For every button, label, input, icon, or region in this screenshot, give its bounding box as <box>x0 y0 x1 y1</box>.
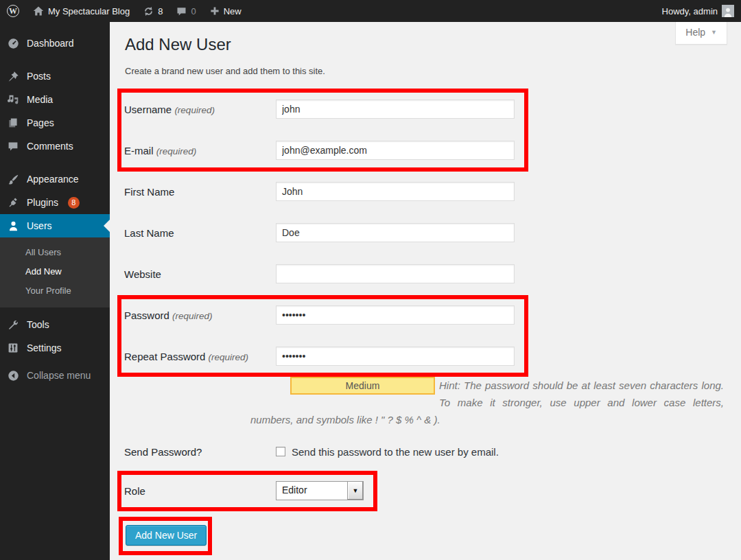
settings-icon <box>6 342 20 353</box>
avatar <box>722 5 734 17</box>
role-selected-value: Editor <box>277 482 347 500</box>
main-content: Help ▼ Add New User Create a brand new u… <box>110 22 741 560</box>
username-required: (required) <box>174 105 215 115</box>
website-input[interactable] <box>276 264 515 283</box>
password-label: Password <box>124 310 169 321</box>
sidebar-item-tools[interactable]: Tools <box>0 313 110 336</box>
wordpress-logo-icon: W <box>7 5 19 17</box>
email-input[interactable] <box>276 141 515 160</box>
password-input[interactable] <box>276 305 515 325</box>
wordpress-logo[interactable]: W <box>0 0 26 22</box>
sidebar-item-appearance[interactable]: Appearance <box>0 167 110 191</box>
username-input[interactable] <box>276 100 515 119</box>
sidebar-item-users[interactable]: Users <box>0 214 110 237</box>
website-row: Website <box>124 253 727 294</box>
repeat-password-row: Repeat Password (required) <box>124 336 727 377</box>
last-name-input[interactable] <box>276 223 515 242</box>
password-hint-section: Medium Hint: The password should be at l… <box>250 377 724 428</box>
send-password-checkbox-label: Send this password to the new user by em… <box>292 446 499 458</box>
collapse-icon <box>6 370 20 382</box>
admin-bar: W My Spectacular Blog 8 0 New Ho <box>0 0 741 22</box>
sidebar-item-all-users[interactable]: All Users <box>0 243 110 262</box>
home-icon <box>33 5 44 16</box>
email-row: E-mail (required) <box>124 130 727 171</box>
sidebar-item-media[interactable]: Media <box>0 88 110 111</box>
first-name-label: First Name <box>124 186 174 198</box>
add-user-form: Username (required) E-mail (required) Fi… <box>124 89 727 546</box>
add-new-user-button[interactable]: Add New User <box>126 525 207 546</box>
dashboard-icon <box>6 38 20 49</box>
plugin-icon <box>6 197 20 209</box>
site-name-link[interactable]: My Spectacular Blog <box>26 0 137 22</box>
website-label: Website <box>124 268 161 280</box>
first-name-input[interactable] <box>276 182 515 201</box>
pin-icon <box>6 71 20 82</box>
email-label: E-mail <box>124 145 154 156</box>
plugins-update-badge: 8 <box>68 197 80 209</box>
comments-icon <box>6 141 20 152</box>
sidebar-item-settings[interactable]: Settings <box>0 336 110 360</box>
repeat-password-label: Repeat Password <box>124 351 205 362</box>
comments-button[interactable]: 0 <box>169 0 202 22</box>
send-password-label: Send Password? <box>124 446 202 458</box>
collapse-menu-button[interactable]: Collapse menu <box>0 364 110 387</box>
tools-icon <box>6 319 20 331</box>
username-row: Username (required) <box>124 89 727 130</box>
chevron-down-icon: ▼ <box>711 29 717 36</box>
username-label: Username <box>124 104 172 115</box>
page-title: Add New User <box>124 22 727 55</box>
site-name: My Spectacular Blog <box>48 6 130 16</box>
sidebar-item-plugins[interactable]: Plugins 8 <box>0 191 110 214</box>
plus-icon <box>210 6 220 16</box>
last-name-label: Last Name <box>124 227 174 239</box>
help-button[interactable]: Help ▼ <box>675 22 727 45</box>
sidebar-item-posts[interactable]: Posts <box>0 65 110 88</box>
update-icon <box>143 6 154 16</box>
howdy-text: Howdy, admin <box>662 6 718 16</box>
repeat-password-input[interactable] <box>276 347 515 366</box>
role-select[interactable]: Editor ▼ <box>276 481 364 500</box>
admin-sidebar: Dashboard Posts Media Pages Comments <box>0 22 110 560</box>
send-password-checkbox[interactable] <box>276 447 285 456</box>
send-password-row: Send Password? Send this password to the… <box>124 432 727 471</box>
updates-button[interactable]: 8 <box>137 0 169 22</box>
repeat-password-required: (required) <box>209 352 249 362</box>
appearance-icon <box>6 174 20 185</box>
select-dropdown-button[interactable]: ▼ <box>347 482 363 500</box>
sidebar-item-add-new[interactable]: Add New <box>0 262 110 281</box>
comment-count: 0 <box>191 6 196 16</box>
sidebar-item-comments[interactable]: Comments <box>0 135 110 158</box>
sidebar-item-pages[interactable]: Pages <box>0 111 110 135</box>
update-count: 8 <box>158 6 163 16</box>
chevron-down-icon: ▼ <box>353 487 359 494</box>
role-label: Role <box>124 485 145 497</box>
users-submenu: All Users Add New Your Profile <box>0 237 110 307</box>
sidebar-item-your-profile[interactable]: Your Profile <box>0 281 110 301</box>
new-content-button[interactable]: New <box>203 0 248 22</box>
pages-icon <box>6 117 20 128</box>
new-label: New <box>224 6 242 16</box>
last-name-row: Last Name <box>124 212 727 253</box>
role-row: Role Editor ▼ <box>124 471 727 511</box>
media-icon <box>6 94 20 106</box>
first-name-row: First Name <box>124 171 727 212</box>
password-row: Password (required) <box>124 294 727 336</box>
password-required: (required) <box>172 311 213 321</box>
my-account[interactable]: Howdy, admin <box>655 0 741 22</box>
comment-bubble-icon <box>176 6 187 16</box>
sidebar-item-dashboard[interactable]: Dashboard <box>0 32 110 55</box>
email-required: (required) <box>156 146 197 156</box>
password-strength-meter: Medium <box>290 377 435 395</box>
page-subtitle: Create a brand new user and add them to … <box>124 66 727 76</box>
users-icon <box>6 220 20 232</box>
